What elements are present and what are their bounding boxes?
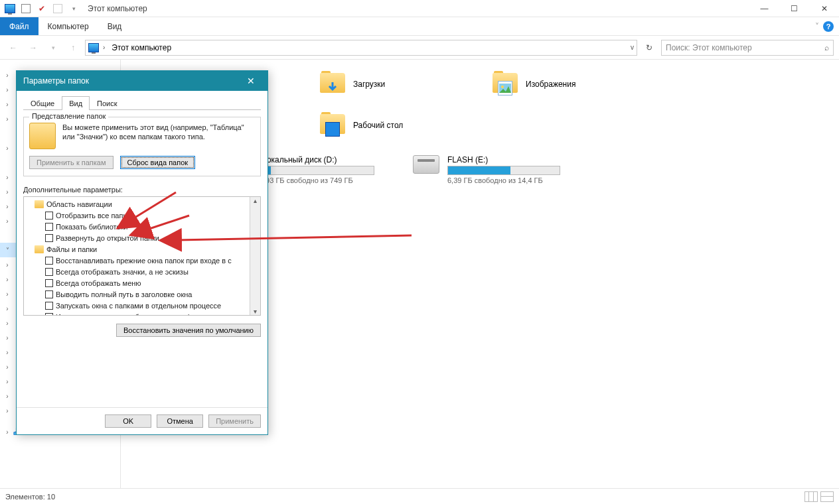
checkbox[interactable] bbox=[45, 257, 53, 265]
search-input[interactable]: Поиск: Этот компьютер ⌕ bbox=[661, 40, 834, 56]
checkbox[interactable] bbox=[45, 212, 53, 220]
tree-node[interactable]: Восстанавливать прежние окна папок при в… bbox=[56, 257, 232, 265]
view-large-button[interactable] bbox=[820, 491, 834, 502]
caret-icon[interactable]: › bbox=[4, 188, 11, 196]
caret-icon[interactable]: › bbox=[4, 363, 11, 371]
picture-icon bbox=[499, 84, 511, 93]
tree-node[interactable]: Развернуть до открытой папки bbox=[56, 234, 159, 242]
caret-icon[interactable]: › bbox=[4, 218, 11, 225]
search-icon[interactable]: ⌕ bbox=[824, 43, 829, 52]
caret-icon[interactable]: › bbox=[4, 72, 11, 79]
tab-computer[interactable]: Компьютер bbox=[38, 17, 98, 35]
tab-general[interactable]: Общие bbox=[23, 96, 62, 110]
ok-button[interactable]: OK bbox=[105, 414, 151, 428]
qat-properties-icon[interactable]: ✔ bbox=[35, 1, 49, 16]
tree-node[interactable]: Запускать окна с папками в отдельном про… bbox=[56, 302, 221, 310]
group-legend: Представление папок bbox=[29, 112, 108, 120]
minimize-button[interactable]: — bbox=[749, 0, 779, 17]
apply-to-folders-button[interactable]: Применить к папкам bbox=[29, 156, 114, 169]
tab-view[interactable]: Вид bbox=[62, 96, 90, 110]
caret-icon[interactable]: › bbox=[4, 428, 11, 436]
ribbon-collapse-icon[interactable]: ˅ bbox=[815, 22, 819, 31]
back-button[interactable]: ← bbox=[5, 40, 21, 56]
reset-folders-button[interactable]: Сброс вида папок bbox=[120, 156, 196, 169]
folder-icon bbox=[320, 114, 346, 137]
breadcrumb[interactable]: Этот компьютер bbox=[109, 43, 174, 52]
folder-downloads[interactable]: Загрузки bbox=[320, 73, 466, 95]
caret-down-icon[interactable]: ˅ bbox=[4, 247, 11, 254]
caret-icon[interactable]: › bbox=[4, 305, 11, 312]
qat-dropdown-icon[interactable]: ▾ bbox=[66, 1, 81, 16]
dialog-titlebar[interactable]: Параметры папок ✕ bbox=[17, 71, 267, 91]
apply-button[interactable]: Применить bbox=[208, 414, 261, 428]
maximize-button[interactable]: ☐ bbox=[779, 0, 809, 17]
checkbox[interactable] bbox=[45, 279, 53, 287]
caret-icon[interactable]: › bbox=[4, 261, 11, 269]
drive-icon bbox=[413, 155, 439, 174]
navigation-bar: ← → ▾ ↑ › Этот компьютер v ↻ Поиск: Этот… bbox=[0, 36, 839, 60]
help-icon[interactable]: ? bbox=[823, 21, 834, 32]
file-tab[interactable]: Файл bbox=[0, 17, 38, 35]
caret-icon[interactable]: › bbox=[4, 86, 11, 94]
caret-icon[interactable]: › bbox=[4, 115, 11, 123]
qat-item[interactable] bbox=[19, 1, 33, 16]
group-text: Вы можете применить этот вид (например, … bbox=[62, 123, 255, 149]
close-button[interactable]: ✕ bbox=[809, 0, 839, 17]
view-details-button[interactable] bbox=[804, 491, 818, 502]
tree-node[interactable]: Область навигации bbox=[46, 200, 112, 208]
folder-icon bbox=[35, 245, 44, 253]
tab-search[interactable]: Поиск bbox=[90, 96, 124, 110]
caret-icon[interactable]: › bbox=[4, 145, 11, 152]
tab-view[interactable]: Вид bbox=[98, 17, 131, 35]
checkbox[interactable] bbox=[45, 302, 53, 310]
caret-icon[interactable]: › bbox=[4, 320, 11, 327]
caret-icon[interactable]: › bbox=[4, 334, 11, 342]
dialog-footer: OK Отмена Применить bbox=[17, 407, 267, 434]
dialog-tabstrip: Общие Вид Поиск bbox=[23, 96, 261, 110]
scrollbar[interactable] bbox=[250, 197, 260, 315]
caret-icon[interactable]: › bbox=[4, 290, 11, 298]
tree-node[interactable]: Выводить полный путь в заголовке окна bbox=[56, 290, 192, 298]
qat-item[interactable] bbox=[50, 1, 65, 16]
checkbox-checked[interactable]: ✓ bbox=[45, 313, 53, 316]
drive-e[interactable]: FLASH (E:) 6,39 ГБ свободно из 14,4 ГБ bbox=[413, 155, 572, 184]
restore-defaults-button[interactable]: Восстановить значения по умолчанию bbox=[116, 324, 261, 337]
tree-node[interactable]: Использовать мастер общего доступа (реко… bbox=[56, 313, 233, 316]
caret-icon[interactable]: › bbox=[4, 349, 11, 356]
tree-node[interactable]: Всегда отображать меню bbox=[56, 279, 141, 287]
checkbox[interactable] bbox=[45, 268, 53, 276]
tree-node[interactable]: Файлы и папки bbox=[46, 245, 97, 253]
folder-icon bbox=[35, 200, 44, 208]
folder-label: Загрузки bbox=[353, 80, 385, 89]
chevron-right-icon[interactable]: › bbox=[103, 44, 105, 51]
tree-node[interactable]: Всегда отображать значки, а не эскизы bbox=[56, 268, 189, 276]
recent-dropdown-icon[interactable]: ▾ bbox=[45, 40, 61, 56]
system-icon[interactable] bbox=[3, 1, 17, 16]
location-icon bbox=[88, 43, 99, 52]
caret-icon[interactable]: › bbox=[4, 276, 11, 283]
caret-icon[interactable]: › bbox=[4, 174, 11, 181]
checkbox[interactable] bbox=[45, 290, 53, 298]
up-button[interactable]: ↑ bbox=[65, 40, 81, 56]
dialog-close-button[interactable]: ✕ bbox=[241, 76, 261, 86]
tree-node[interactable]: Показать библиотеки bbox=[56, 223, 128, 231]
tree-node[interactable]: Отобразить все папки bbox=[56, 212, 130, 220]
address-dropdown-icon[interactable]: v bbox=[631, 44, 634, 51]
window-titlebar: ✔ ▾ Этот компьютер — ☐ ✕ bbox=[0, 0, 839, 17]
address-bar[interactable]: › Этот компьютер v bbox=[85, 40, 637, 56]
caret-icon[interactable]: › bbox=[4, 101, 11, 108]
checkbox[interactable] bbox=[45, 234, 53, 242]
quick-access-toolbar: ✔ ▾ bbox=[0, 1, 81, 16]
checkbox[interactable] bbox=[45, 223, 53, 231]
caret-icon[interactable]: › bbox=[4, 203, 11, 210]
forward-button[interactable]: → bbox=[25, 40, 41, 56]
folder-pictures[interactable]: Изображения bbox=[493, 73, 639, 95]
status-item-count: Элементов: 10 bbox=[5, 493, 55, 501]
folder-desktop[interactable]: Рабочий стол bbox=[320, 114, 466, 137]
caret-icon[interactable]: › bbox=[4, 378, 11, 385]
caret-icon[interactable]: › bbox=[4, 393, 11, 400]
caret-icon[interactable]: › bbox=[4, 407, 11, 414]
advanced-settings-tree[interactable]: Область навигации Отобразить все папки П… bbox=[23, 196, 261, 316]
refresh-button[interactable]: ↻ bbox=[641, 40, 657, 56]
cancel-button[interactable]: Отмена bbox=[157, 414, 203, 428]
